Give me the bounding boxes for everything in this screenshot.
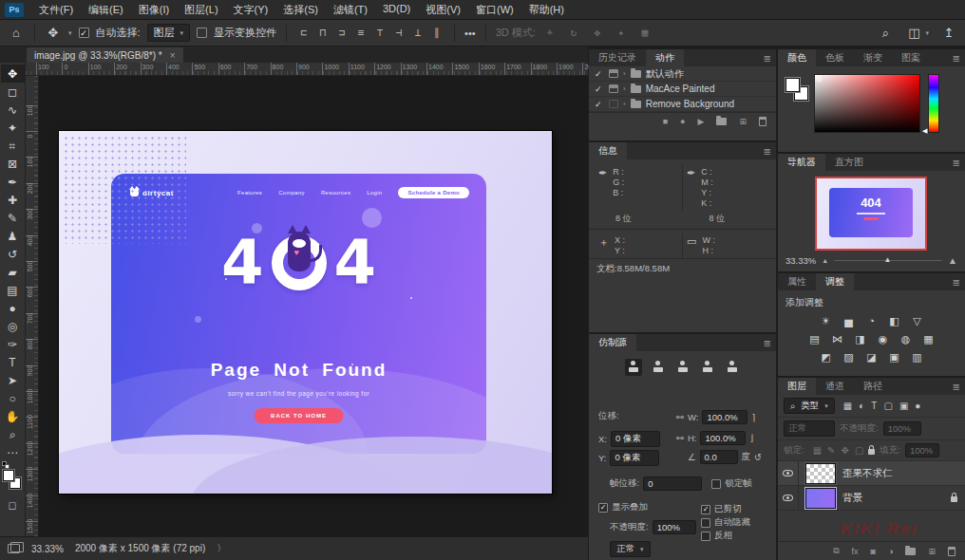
filter-shape-icon[interactable]: ▢ [883,401,892,411]
document-tab[interactable]: image.jpg @ 33.3%(RGB/8*) * × [27,47,183,63]
more-options-icon[interactable]: ••• [464,28,476,39]
action-dialog-toggle[interactable] [609,84,618,93]
tool-move-tool[interactable]: ✥ [1,65,25,83]
search-icon[interactable]: ⌕ [877,26,894,41]
layer-effects-icon[interactable]: fx [852,547,859,556]
chevron-down-icon[interactable]: ▾ [68,29,72,37]
menu-item-0[interactable]: 文件(F) [31,3,81,17]
panel-menu-icon[interactable]: ≣ [764,53,771,64]
blend-mode-dropdown[interactable]: 正常 [784,420,835,437]
color-swatches[interactable] [3,467,22,492]
distribute-h-icon[interactable]: ≡ [353,27,369,39]
layers-tab-0[interactable]: 图层 [778,378,816,395]
tool-lasso-tool[interactable]: ∿ [1,101,25,119]
x-input[interactable]: 0 像素 [611,431,660,447]
visibility-toggle[interactable] [778,461,799,485]
w-input[interactable]: 100.0% [702,410,747,424]
move-tool-icon[interactable]: ✥ [45,26,62,40]
tool-more-tools[interactable]: ⋯ [1,443,25,461]
curves-icon[interactable]: ◔ [864,314,879,327]
color-tab-1[interactable]: 色板 [816,49,854,66]
menu-item-6[interactable]: 滤镜(T) [326,3,375,17]
menu-item-1[interactable]: 编辑(E) [81,3,131,17]
action-row-1[interactable]: ✓›MacAce Painted [589,82,776,97]
color-tab-0[interactable]: 颜色 [778,49,816,66]
lock-artboard-icon[interactable]: ▢ [855,445,863,456]
color-tab-2[interactable]: 渐变 [854,49,892,66]
status-chevron-icon[interactable]: 〉 [217,542,226,555]
action-dialog-toggle[interactable] [609,69,618,78]
record-icon[interactable]: ● [680,117,685,126]
layers-tab-1[interactable]: 通道 [816,378,854,395]
adjustments-tab-1[interactable]: 调整 [816,273,854,290]
link-wh-icon[interactable]: ⌋ [749,433,753,443]
layers-tab-2[interactable]: 路径 [854,378,892,395]
filter-adjustment-icon[interactable]: ◐ [859,401,864,411]
status-zoom-level[interactable]: 33.33% [31,544,64,554]
selective-color-icon[interactable]: ▣ [887,350,901,364]
actions-tab-0[interactable]: 历史记录 [589,49,646,66]
panel-menu-icon[interactable]: ≣ [953,382,960,392]
navigator-tab-1[interactable]: 直方图 [825,154,873,171]
horizontal-ruler[interactable]: 1000100200300400500600700800900100011001… [26,63,588,76]
action-check-icon[interactable]: ✓ [595,84,604,94]
navigator-zoom-value[interactable]: 33.33% [785,255,816,266]
angle-input[interactable]: 0.0 [700,450,738,464]
home-icon[interactable]: ⌂ [8,26,25,40]
distribute-v-icon[interactable]: ∥ [429,27,445,39]
tool-pen-tool[interactable]: ✑ [1,335,25,353]
menu-item-3[interactable]: 图层(L) [177,3,225,17]
lock-position-icon[interactable]: ✥ [841,445,848,456]
action-check-icon[interactable]: ✓ [595,69,604,79]
levels-icon[interactable]: ▅ [842,314,856,327]
panel-menu-icon[interactable]: ≣ [764,338,771,348]
tool-eraser-tool[interactable]: ▰ [1,263,25,281]
black-white-icon[interactable]: ◨ [853,332,867,345]
visibility-toggle[interactable] [778,486,799,510]
align-left-icon[interactable]: ⊏ [296,27,312,39]
clone-source-slot-1[interactable] [625,359,642,376]
tool-brush-tool[interactable]: ✎ [1,209,25,227]
layer-thumbnail[interactable] [805,488,836,509]
tool-quick-selection-tool[interactable]: ✦ [1,119,25,137]
tool-hand-tool[interactable]: ✋ [1,407,25,425]
tool-blur-tool[interactable]: ● [1,299,25,317]
bit-depth-right[interactable]: 8 位 [683,211,777,229]
menu-item-10[interactable]: 帮助(H) [521,3,572,17]
menu-item-9[interactable]: 窗口(W) [468,3,521,17]
menu-item-2[interactable]: 图像(I) [131,3,177,17]
opacity-input[interactable]: 100% [653,520,696,534]
h-input[interactable]: 100.0% [700,431,746,445]
tool-type-tool[interactable]: T [1,353,25,371]
overlay-blend-dropdown[interactable]: 正常 ▾ [610,541,651,557]
flip-vertical-icon[interactable]: ⚯ [676,433,684,443]
panel-menu-icon[interactable]: ≣ [953,277,960,288]
tool-frame-tool[interactable]: ⊠ [1,155,25,173]
exposure-icon[interactable]: ◧ [887,314,901,327]
close-icon[interactable]: × [170,50,176,61]
layer-thumbnail[interactable] [805,463,836,484]
brightness-contrast-icon[interactable]: ☀ [819,314,833,327]
color-lookup-icon[interactable]: ▦ [921,332,936,345]
show-transform-checkbox[interactable] [197,28,207,38]
vibrance-icon[interactable]: ▽ [910,314,924,327]
tool-marquee-tool[interactable]: ◻ [1,83,25,101]
zoom-slider-thumb[interactable]: ▲ [884,255,892,264]
lock-frame-checkbox[interactable] [711,479,721,489]
tool-dodge-tool[interactable]: ◎ [1,317,25,335]
tool-crop-tool[interactable]: ⌗ [1,137,25,155]
zoom-in-mountain-icon[interactable]: ▲ [948,255,957,266]
zoom-out-mountain-icon[interactable]: ▲ [822,257,828,264]
tool-shape-tool[interactable]: ○ [1,389,25,407]
navigator-thumbnail[interactable]: 404 [815,177,927,251]
align-top-icon[interactable]: ⊤ [372,27,388,39]
foreground-color-swatch[interactable] [785,78,800,92]
clone-source-tab-0[interactable]: 仿制源 [589,334,636,351]
panel-menu-icon[interactable]: ≣ [953,158,960,168]
navigator-tab-0[interactable]: 导航器 [778,154,825,171]
reset-transform-icon[interactable]: ↺ [754,452,762,462]
new-folder-icon[interactable] [716,118,727,125]
expand-caret-icon[interactable]: › [623,100,626,108]
canvas-viewport[interactable]: dirtycat FeaturesCompanyResourcesLoginSc… [39,76,588,536]
tool-healing-brush-tool[interactable]: ✚ [1,191,25,209]
